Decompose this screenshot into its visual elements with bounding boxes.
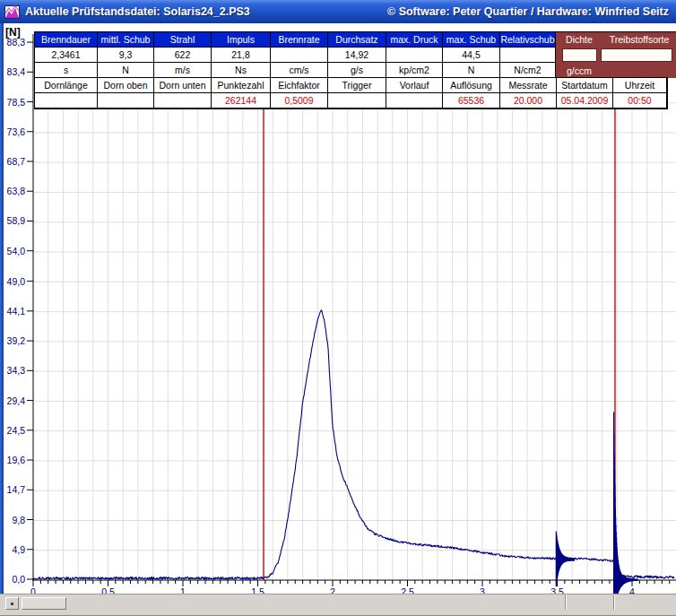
setting-header-vorlauf: Vorlauf (386, 78, 443, 93)
app-window: { "title_bar": { "title": "Aktuelle Prüf… (0, 0, 676, 616)
svg-text:63,8: 63,8 (7, 186, 26, 196)
svg-text:9,8: 9,8 (12, 515, 25, 525)
setting-value-uhrzeit: 00:50 (613, 93, 667, 108)
dichte-header: Dichte (556, 34, 602, 45)
setting-header-messrate: Messrate (500, 78, 557, 93)
svg-text:34,3: 34,3 (7, 365, 26, 376)
title-credit: © Software: Peter Quartier / Hardware: W… (387, 5, 669, 18)
setting-header-trigger: Trigger (328, 78, 386, 93)
svg-text:83,4: 83,4 (7, 66, 26, 77)
y-axis-unit-label: [N] (5, 26, 21, 39)
svg-text:49,0: 49,0 (7, 276, 26, 287)
scrollbar-button-dot (11, 603, 13, 605)
scrollbar-thumb[interactable] (22, 597, 66, 610)
title-bar: Aktuelle Prüfstandsdatei: Solaris24_2.PS… (0, 0, 676, 23)
thrust-time-chart[interactable]: 88,383,478,573,668,763,858,954,049,044,1… (0, 23, 676, 616)
param-header-max-druck: max. Druck (386, 32, 443, 48)
param-value-max-schub: 44,5 (443, 48, 500, 63)
treibstoffsorte-input[interactable] (601, 48, 672, 62)
bottom-scrollbar-strip (0, 594, 676, 616)
param-value-brenndauer: 2,3461 (35, 48, 98, 63)
param-value-durchsatz: 14,92 (328, 48, 386, 63)
setting-header-eichfaktor: Eichfaktor (271, 78, 328, 93)
setting-header-dorn-unten: Dorn unten (154, 78, 212, 93)
param-unit-relativschub: N/cm2 (500, 63, 556, 78)
param-header-durchsatz: Durchsatz (328, 32, 386, 48)
param-value-max-druck (386, 48, 443, 63)
setting-value-punktezahl: 262144 (212, 93, 271, 108)
param-header-strahl: Strahl (154, 32, 212, 48)
setting-value-eichfaktor: 0,5009 (271, 93, 328, 108)
svg-text:39,2: 39,2 (7, 335, 26, 346)
param-value-impuls: 21,8 (212, 48, 271, 63)
param-unit-mittl-schub: N (98, 63, 154, 78)
param-header-brennrate: Brennrate (271, 32, 328, 48)
param-value-strahl: 622 (154, 48, 212, 63)
setting-value-aufloesung: 65536 (443, 93, 500, 108)
param-header-impuls: Impuls (212, 32, 271, 48)
param-header-brenndauer: Brenndauer (35, 32, 98, 48)
setting-value-vorlauf (386, 93, 443, 108)
parameter-table: Brenndauer mittl. Schub Strahl Impuls Br… (34, 31, 557, 79)
svg-text:68,7: 68,7 (7, 156, 26, 167)
svg-text:14,7: 14,7 (7, 484, 26, 495)
svg-text:29,4: 29,4 (7, 395, 26, 406)
svg-text:19,6: 19,6 (7, 455, 26, 465)
svg-text:0,0: 0,0 (12, 574, 25, 585)
window-left-border (0, 23, 4, 594)
param-unit-durchsatz: g/s (328, 63, 386, 78)
svg-text:58,9: 58,9 (7, 215, 26, 226)
param-header-relativschub: Relativschub (500, 32, 556, 48)
param-unit-brenndauer: s (35, 63, 98, 78)
svg-text:73,6: 73,6 (7, 126, 26, 137)
dichte-unit-label: g/ccm (556, 65, 602, 76)
treibstoffsorte-header: Treibstoffsorte (602, 34, 676, 45)
svg-text:78,5: 78,5 (7, 97, 26, 108)
scrollbar-left-button[interactable] (5, 597, 19, 610)
setting-header-dornlaenge: Dornlänge (35, 78, 98, 93)
setting-header-uhrzeit: Uhrzeit (613, 78, 667, 93)
param-header-mittl-schub: mittl. Schub (98, 32, 154, 48)
app-icon (4, 5, 20, 19)
param-value-mittl-schub: 9,3 (98, 48, 154, 63)
param-unit-brennrate: cm/s (271, 63, 328, 78)
setting-header-aufloesung: Auflösung (443, 78, 500, 93)
status-divider-2 (613, 595, 615, 610)
setting-value-messrate: 20.000 (500, 93, 557, 108)
setting-value-dorn-unten (154, 93, 212, 108)
param-header-max-schub: max. Schub (443, 32, 500, 48)
setting-header-startdatum: Startdatum (557, 78, 613, 93)
param-unit-strahl: m/s (154, 63, 212, 78)
svg-text:54,0: 54,0 (7, 246, 26, 256)
svg-text:4,9: 4,9 (12, 544, 25, 555)
window-title: Aktuelle Prüfstandsdatei: Solaris24_2.PS… (25, 5, 250, 18)
settings-table: Dornlänge Dorn oben Dorn unten Punktezah… (34, 77, 668, 109)
setting-value-dorn-oben (98, 93, 154, 108)
setting-header-dorn-oben: Dorn oben (98, 78, 154, 93)
param-value-relativschub (500, 48, 556, 63)
param-value-brennrate (271, 48, 328, 63)
setting-header-punktezahl: Punktezahl (212, 78, 271, 93)
svg-text:44,1: 44,1 (7, 306, 26, 317)
setting-value-trigger (328, 93, 386, 108)
param-unit-impuls: Ns (212, 63, 271, 78)
status-divider-1 (565, 595, 567, 610)
setting-value-startdatum: 05.04.2009 (557, 93, 613, 108)
setting-value-dornlaenge (35, 93, 98, 108)
param-unit-max-schub: N (443, 63, 500, 78)
svg-text:24,5: 24,5 (7, 425, 26, 436)
fuel-panel: Dichte Treibstoffsorte g/ccm (556, 31, 676, 78)
param-unit-max-druck: kp/cm2 (386, 63, 443, 78)
dichte-input[interactable] (562, 48, 597, 62)
